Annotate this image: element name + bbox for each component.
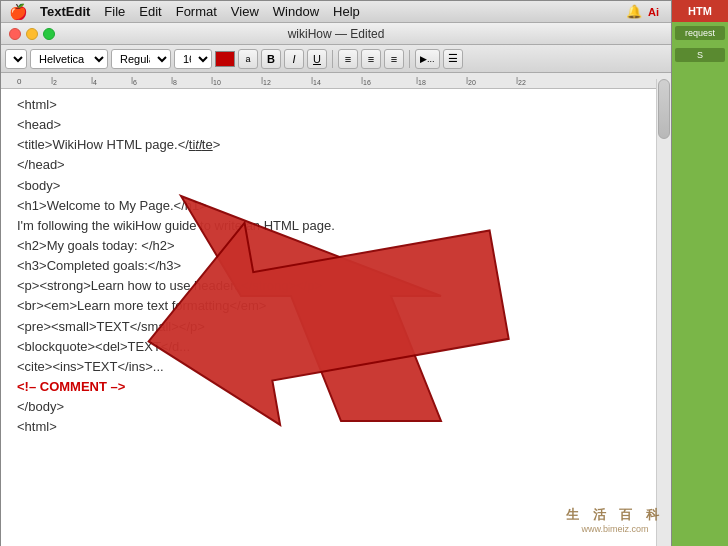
line-7: I'm following the wikiHow guide to write… bbox=[17, 216, 655, 236]
separator-1 bbox=[332, 50, 333, 68]
align-left-button[interactable]: ≡ bbox=[338, 49, 358, 69]
scroll-thumb[interactable] bbox=[658, 79, 670, 139]
line-8: <h2>My goals today: </h2> bbox=[17, 236, 655, 256]
ruler-label-12: |12 bbox=[261, 75, 271, 86]
app-name-menu[interactable]: TextEdit bbox=[40, 4, 90, 19]
minimize-button[interactable] bbox=[26, 28, 38, 40]
ruler: 0 |2 |4 |6 |8 |10 |12 |14 |16 |18 |20 |2… bbox=[1, 73, 671, 89]
ruler-label-10: |10 bbox=[211, 75, 221, 86]
ruler-label-4: |4 bbox=[91, 75, 97, 86]
line-3: <title>WikiHow HTML page.</titlte> bbox=[17, 135, 655, 155]
align-right-button[interactable]: ≡ bbox=[384, 49, 404, 69]
traffic-lights bbox=[9, 28, 55, 40]
ruler-label-0: 0 bbox=[17, 77, 21, 86]
right-panel: HTM request S bbox=[672, 0, 728, 546]
menu-item-file[interactable]: File bbox=[104, 4, 125, 19]
menu-item-window[interactable]: Window bbox=[273, 4, 319, 19]
adobe-icon[interactable]: Ai bbox=[648, 6, 659, 18]
line-1: <html> bbox=[17, 95, 655, 115]
ruler-label-16: |16 bbox=[361, 75, 371, 86]
ruler-label-2: |2 bbox=[51, 75, 57, 86]
apple-menu[interactable]: 🍎 bbox=[9, 3, 28, 21]
small-a-button[interactable]: a bbox=[238, 49, 258, 69]
line-12: <pre><small>TEXT</small></p> bbox=[17, 317, 655, 337]
close-button[interactable] bbox=[9, 28, 21, 40]
style-select[interactable]: Regular bbox=[111, 49, 171, 69]
line-14: <cite><ins>TEXT</ins>... bbox=[17, 357, 655, 377]
window-title: wikiHow — Edited bbox=[288, 27, 385, 41]
menu-item-help[interactable]: Help bbox=[333, 4, 360, 19]
right-panel-body: request S bbox=[672, 22, 728, 546]
separator-2 bbox=[409, 50, 410, 68]
right-panel-label-2: S bbox=[675, 48, 725, 62]
line-4: </head> bbox=[17, 155, 655, 175]
line-9: <h3>Completed goals:</h3> bbox=[17, 256, 655, 276]
line-13: <blockquote><del>TEXT</d... bbox=[17, 337, 655, 357]
menu-item-view[interactable]: View bbox=[231, 4, 259, 19]
editor-area[interactable]: <html> <head> <title>WikiHow HTML page.<… bbox=[1, 89, 671, 546]
line-2: <head> bbox=[17, 115, 655, 135]
title-bar: wikiHow — Edited bbox=[1, 23, 671, 45]
toolbar: T Helvetica Regular 16 a B I U ≡ ≡ ≡ ▶..… bbox=[1, 45, 671, 73]
more-button[interactable]: ▶... bbox=[415, 49, 440, 69]
ruler-label-14: |14 bbox=[311, 75, 321, 86]
menu-item-edit[interactable]: Edit bbox=[139, 4, 161, 19]
line-6: <h1>Welcome to My Page.</h1> bbox=[17, 196, 655, 216]
line-5: <body> bbox=[17, 176, 655, 196]
line-16: </body> bbox=[17, 397, 655, 417]
paragraph-style-select[interactable]: T bbox=[5, 49, 27, 69]
right-panel-label-1: request bbox=[675, 26, 725, 40]
list-button[interactable]: ☰ bbox=[443, 49, 463, 69]
line-15: <!– COMMENT –> bbox=[17, 377, 655, 397]
ruler-label-18: |18 bbox=[416, 75, 426, 86]
font-select[interactable]: Helvetica bbox=[30, 49, 108, 69]
ruler-label-22: |22 bbox=[516, 75, 526, 86]
ruler-label-8: |8 bbox=[171, 75, 177, 86]
bold-button[interactable]: B bbox=[261, 49, 281, 69]
notification-bell-icon[interactable]: 🔔 bbox=[626, 4, 642, 19]
line-17: <html> bbox=[17, 417, 655, 437]
color-picker[interactable] bbox=[215, 51, 235, 67]
line-10: <p><strong>Learn how to use headers</str… bbox=[17, 276, 655, 296]
menu-item-format[interactable]: Format bbox=[176, 4, 217, 19]
right-panel-header: HTM bbox=[672, 0, 728, 22]
line-11: <br><em>Learn more text formatting</em> bbox=[17, 296, 655, 316]
vertical-scrollbar[interactable] bbox=[656, 79, 671, 546]
underline-button[interactable]: U bbox=[307, 49, 327, 69]
italic-button[interactable]: I bbox=[284, 49, 304, 69]
maximize-button[interactable] bbox=[43, 28, 55, 40]
ruler-label-20: |20 bbox=[466, 75, 476, 86]
align-center-button[interactable]: ≡ bbox=[361, 49, 381, 69]
ruler-label-6: |6 bbox=[131, 75, 137, 86]
size-select[interactable]: 16 bbox=[174, 49, 212, 69]
menu-bar: 🍎 TextEdit File Edit Format View Window … bbox=[1, 1, 671, 23]
